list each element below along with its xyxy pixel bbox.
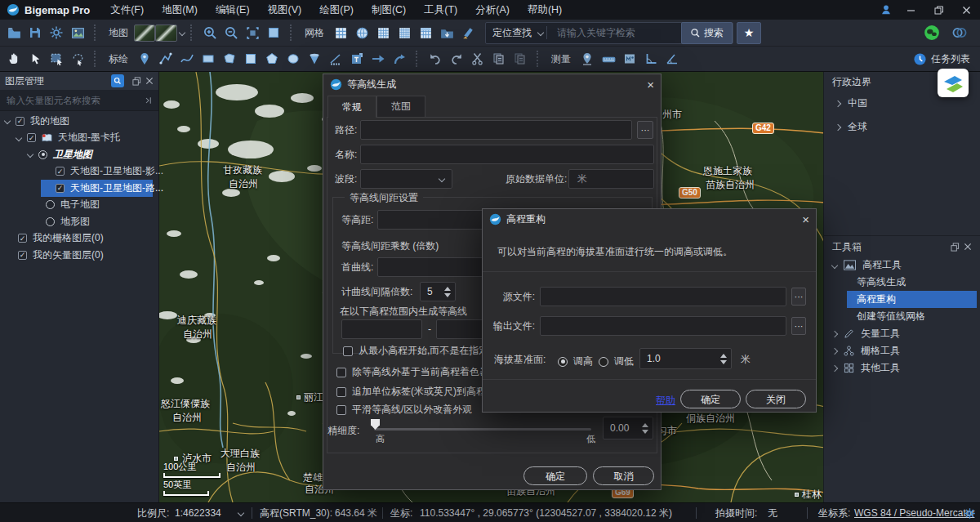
radio-raise[interactable]: 调高	[558, 355, 593, 368]
checkbox-smooth[interactable]: 平滑等高线/区以外改善外观	[336, 403, 472, 417]
menu-view[interactable]: 视图(V)	[259, 0, 311, 20]
text-label-icon[interactable]	[346, 48, 368, 69]
toolbox-group-elevation[interactable]: 高程工具	[824, 257, 980, 274]
minimize-button[interactable]	[897, 0, 924, 20]
crs-value[interactable]: WGS 84 / Pseudo-Mercator	[854, 503, 974, 522]
close-icon[interactable]: ×	[802, 213, 809, 225]
browse-path-button[interactable]: ···	[637, 121, 653, 139]
zoom-rect-icon[interactable]	[242, 22, 263, 43]
open-folder-icon[interactable]	[3, 22, 24, 43]
measure-area-icon[interactable]	[619, 48, 640, 69]
restore-button[interactable]	[924, 0, 952, 20]
pan-hand-icon[interactable]	[3, 48, 24, 69]
clear-grid-brush-icon[interactable]	[457, 22, 479, 43]
wechat-icon[interactable]	[921, 22, 942, 43]
copy-icon[interactable]	[488, 48, 510, 69]
zoom-out-icon[interactable]	[220, 22, 242, 43]
toolbox-item-contour[interactable]: 等高线生成	[824, 274, 980, 291]
layer-tree-item-tianditu[interactable]: 天地图-墨卡托	[0, 130, 158, 147]
crs-settings-gear-icon[interactable]	[964, 506, 976, 522]
output-file-input[interactable]	[540, 316, 786, 336]
browse-output-button[interactable]: ···	[791, 317, 806, 335]
checkbox-unit-label[interactable]: 追加单位标签(米或英尺)到高程标签	[336, 385, 506, 399]
cut-scissors-icon[interactable]	[467, 48, 488, 69]
band-select[interactable]	[360, 169, 452, 189]
range-min-input[interactable]	[341, 319, 422, 339]
basemap-thumbnail-1[interactable]	[134, 22, 155, 43]
scale-value[interactable]: 1:4622334	[175, 503, 221, 522]
toolbox-group-vector[interactable]: 矢量工具	[824, 325, 980, 342]
layer-tree-item-electronic[interactable]: 电子地图	[0, 197, 158, 214]
protractor-icon[interactable]	[662, 48, 683, 69]
precision-spinner[interactable]: 0.00	[603, 417, 653, 439]
grid-icon[interactable]	[330, 22, 351, 43]
collapse-search-icon[interactable]	[144, 96, 154, 105]
export-image-icon[interactable]	[67, 22, 88, 43]
select-rect-icon[interactable]	[46, 48, 67, 69]
redo-icon[interactable]	[446, 48, 467, 69]
layer-tree-item-my-map[interactable]: 我的地图	[0, 113, 158, 130]
float-panel-icon[interactable]	[132, 77, 141, 86]
layer-tree-item-vector[interactable]: 我的矢量图层(0)	[0, 247, 158, 264]
square-icon[interactable]	[240, 48, 261, 69]
elevation-close-button[interactable]: 关闭	[746, 390, 806, 408]
select-cursor-icon[interactable]	[24, 48, 46, 69]
elevation-ok-button[interactable]: 确定	[680, 390, 741, 408]
tab-range[interactable]: 范围	[376, 96, 425, 117]
ellipse-icon[interactable]	[283, 48, 304, 69]
task-list-button[interactable]: 任务列表	[913, 52, 970, 66]
radio-lower[interactable]: 调低	[599, 355, 634, 368]
save-icon[interactable]	[24, 22, 46, 43]
curve-icon[interactable]	[176, 48, 198, 69]
toolbox-item-contour-grid[interactable]: 创建等值线网格	[824, 308, 980, 325]
search-button[interactable]: 搜索	[681, 22, 733, 44]
path-input[interactable]	[360, 120, 632, 140]
contour-ok-button[interactable]: 确定	[523, 466, 587, 485]
menu-help[interactable]: 帮助(H)	[519, 0, 571, 20]
paste-icon[interactable]	[510, 48, 531, 69]
measure-distance-icon[interactable]	[598, 48, 619, 69]
name-input[interactable]	[360, 145, 654, 164]
chevron-down-icon[interactable]	[238, 510, 244, 516]
help-link[interactable]: 帮助	[656, 394, 675, 408]
browse-source-button[interactable]: ···	[791, 288, 806, 306]
tab-general[interactable]: 常规	[327, 96, 376, 118]
user-account-icon[interactable]	[875, 3, 897, 16]
close-panel-icon[interactable]	[145, 77, 154, 85]
elevation-dialog-titlebar[interactable]: 高程重构 ×	[483, 209, 816, 229]
rectangle-icon[interactable]	[198, 48, 219, 69]
slope-ruler-icon[interactable]	[325, 48, 346, 69]
polygon-icon[interactable]	[219, 48, 240, 69]
contour-dialog-titlebar[interactable]: 等高线生成 ×	[323, 74, 661, 94]
undo-icon[interactable]	[425, 48, 446, 69]
menu-edit[interactable]: 编辑(E)	[207, 0, 259, 20]
float-panel-icon[interactable]	[951, 243, 960, 252]
favorites-star-button[interactable]: ★	[737, 22, 761, 44]
menu-file[interactable]: 文件(F)	[101, 0, 153, 20]
measure-angle-icon[interactable]	[640, 48, 662, 69]
km-grid-icon[interactable]	[372, 22, 394, 43]
layer-tree-item-satellite[interactable]: 卫星地图	[0, 146, 158, 163]
layer-tree-item-raster[interactable]: 我的栅格图层(0)	[0, 230, 158, 248]
layer-search-input[interactable]	[5, 95, 144, 106]
locate-mode-dropdown[interactable]: 定位查找	[486, 26, 538, 40]
utm-globe-grid-icon[interactable]	[351, 22, 372, 43]
grid-export-folder-icon[interactable]	[436, 22, 457, 43]
layer-tree-item-sat-road[interactable]: 天地图-卫星地图-路...	[0, 180, 158, 197]
wgs-grid-icon[interactable]	[415, 22, 436, 43]
menu-tools[interactable]: 工具(T)	[415, 0, 466, 20]
settings-gear-icon[interactable]	[46, 22, 67, 43]
select-lasso-icon[interactable]	[67, 48, 88, 69]
contour-cancel-button[interactable]: 取消	[593, 466, 654, 485]
menu-map[interactable]: 地图(M)	[153, 0, 207, 20]
pentagon-icon[interactable]	[261, 48, 283, 69]
basemap-thumbnail-2[interactable]	[155, 22, 185, 43]
menu-analysis[interactable]: 分析(A)	[466, 0, 519, 20]
source-file-input[interactable]	[540, 287, 786, 306]
cone-icon[interactable]	[304, 48, 325, 69]
admin-item-global[interactable]: 全球	[824, 115, 980, 139]
close-panel-icon[interactable]	[964, 243, 972, 251]
polyline-icon[interactable]	[155, 48, 176, 69]
toolbox-group-raster[interactable]: 栅格工具	[824, 342, 980, 359]
layer-search-icon[interactable]	[111, 74, 124, 87]
